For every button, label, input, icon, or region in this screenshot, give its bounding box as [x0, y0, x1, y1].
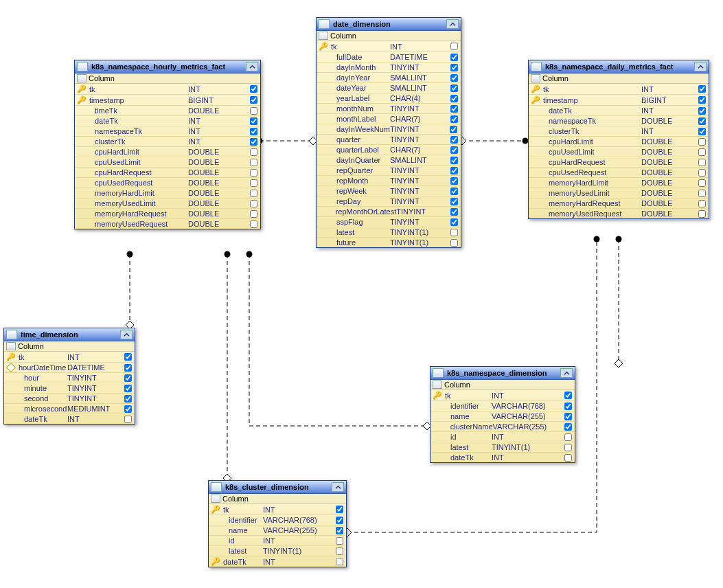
- column-row[interactable]: cpuHardRequestDOUBLE: [529, 157, 709, 168]
- column-row[interactable]: repDayTINYINT: [317, 196, 461, 207]
- column-checkbox[interactable]: [249, 159, 258, 166]
- column-checkbox[interactable]: [449, 167, 459, 174]
- column-row[interactable]: futureTINYINT(1): [317, 238, 461, 247]
- column-checkbox[interactable]: [697, 200, 707, 207]
- column-checkbox[interactable]: [563, 392, 573, 399]
- column-row[interactable]: hourDateTimeDATETIME: [4, 363, 135, 373]
- column-row[interactable]: identifierVARCHAR(768): [431, 401, 575, 411]
- column-checkbox[interactable]: [449, 146, 459, 154]
- collapse-icon[interactable]: [246, 62, 258, 71]
- table-header[interactable]: time_dimension: [4, 328, 135, 341]
- column-checkbox[interactable]: [697, 138, 707, 146]
- column-checkbox[interactable]: [449, 54, 459, 61]
- column-row[interactable]: memoryUsedLimitDOUBLE: [529, 188, 709, 199]
- column-checkbox[interactable]: [449, 43, 459, 50]
- column-row[interactable]: cpuUsedRequestDOUBLE: [529, 168, 709, 178]
- column-row[interactable]: clusterTkINT: [75, 137, 260, 147]
- column-checkbox[interactable]: [334, 537, 344, 545]
- column-row[interactable]: hourTINYINT: [4, 373, 135, 383]
- column-checkbox[interactable]: [697, 179, 707, 187]
- column-checkbox[interactable]: [334, 527, 344, 534]
- column-row[interactable]: yearLabelCHAR(4): [317, 93, 461, 104]
- column-row[interactable]: latestTINYINT(1): [209, 546, 346, 556]
- column-row[interactable]: 🔑tkINT: [209, 504, 346, 515]
- column-checkbox[interactable]: [123, 416, 133, 423]
- column-checkbox[interactable]: [563, 423, 573, 431]
- column-checkbox[interactable]: [449, 105, 459, 113]
- column-row[interactable]: 🔑tkINT: [75, 84, 260, 95]
- column-row[interactable]: memoryHardLimitDOUBLE: [529, 178, 709, 188]
- column-row[interactable]: memoryHardRequestDOUBLE: [75, 209, 260, 219]
- column-row[interactable]: nameVARCHAR(255): [209, 525, 346, 536]
- column-checkbox[interactable]: [697, 148, 707, 156]
- column-row[interactable]: repMonthOrLatestTINYINT: [317, 207, 461, 217]
- column-row[interactable]: cpuHardLimitDOUBLE: [75, 147, 260, 157]
- column-row[interactable]: memoryUsedLimitDOUBLE: [75, 199, 260, 209]
- column-checkbox[interactable]: [449, 136, 459, 144]
- column-checkbox[interactable]: [449, 95, 459, 102]
- column-checkbox[interactable]: [697, 128, 707, 135]
- column-row[interactable]: 🔑timestampBIGINT: [529, 95, 709, 106]
- column-checkbox[interactable]: [249, 96, 258, 104]
- column-row[interactable]: fullDateDATETIME: [317, 52, 461, 63]
- column-row[interactable]: minuteTINYINT: [4, 383, 135, 394]
- column-row[interactable]: quarterLabelCHAR(7): [317, 145, 461, 155]
- column-checkbox[interactable]: [449, 84, 459, 92]
- column-row[interactable]: dayInMonthTINYINT: [317, 63, 461, 73]
- table-header[interactable]: k8s_namespace_daily_metrics_fact: [529, 60, 709, 74]
- column-checkbox[interactable]: [123, 395, 133, 403]
- column-checkbox[interactable]: [123, 353, 133, 361]
- column-checkbox[interactable]: [563, 403, 573, 410]
- column-row[interactable]: memoryHardLimitDOUBLE: [75, 188, 260, 199]
- column-checkbox[interactable]: [563, 444, 573, 451]
- table-header[interactable]: k8s_namespace_dimension: [431, 367, 575, 380]
- column-row[interactable]: dayInYearSMALLINT: [317, 73, 461, 83]
- column-row[interactable]: dayInWeekNumTINYINT: [317, 124, 461, 135]
- column-checkbox[interactable]: [249, 169, 258, 177]
- column-row[interactable]: dateYearSMALLINT: [317, 83, 461, 93]
- column-checkbox[interactable]: [334, 517, 344, 524]
- column-row[interactable]: dateTkINT: [75, 116, 260, 126]
- column-checkbox[interactable]: [563, 454, 573, 462]
- column-checkbox[interactable]: [249, 107, 258, 115]
- column-checkbox[interactable]: [123, 405, 133, 413]
- column-checkbox[interactable]: [697, 85, 707, 93]
- column-row[interactable]: 🔑tkINT: [317, 41, 461, 52]
- column-row[interactable]: dateTkINT: [529, 106, 709, 116]
- column-checkbox[interactable]: [123, 385, 133, 392]
- column-checkbox[interactable]: [123, 364, 133, 372]
- column-checkbox[interactable]: [249, 210, 258, 218]
- column-checkbox[interactable]: [249, 138, 258, 146]
- column-row[interactable]: cpuUsedLimitDOUBLE: [75, 157, 260, 168]
- column-checkbox[interactable]: [450, 208, 459, 216]
- column-checkbox[interactable]: [697, 210, 707, 218]
- column-row[interactable]: cpuUsedRequestDOUBLE: [75, 178, 260, 188]
- column-row[interactable]: secondTINYINT: [4, 394, 135, 404]
- column-checkbox[interactable]: [697, 117, 707, 125]
- column-row[interactable]: repMonthTINYINT: [317, 176, 461, 186]
- column-row[interactable]: cpuUsedLimitDOUBLE: [529, 147, 709, 157]
- column-checkbox[interactable]: [697, 169, 707, 177]
- table-date[interactable]: date_dimensionColumn🔑tkINTfullDateDATETI…: [316, 17, 461, 248]
- column-checkbox[interactable]: [249, 148, 258, 156]
- table-ns[interactable]: k8s_namespace_dimensionColumn🔑tkINTident…: [430, 366, 575, 463]
- column-row[interactable]: 🔑tkINT: [529, 84, 709, 95]
- column-row[interactable]: namespaceTkINT: [75, 126, 260, 137]
- column-checkbox[interactable]: [249, 190, 258, 197]
- column-checkbox[interactable]: [249, 179, 258, 187]
- column-row[interactable]: identifierVARCHAR(768): [209, 515, 346, 525]
- column-checkbox[interactable]: [123, 374, 133, 382]
- column-checkbox[interactable]: [249, 128, 258, 135]
- column-row[interactable]: 🔑tkINT: [4, 352, 135, 363]
- column-row[interactable]: cpuHardLimitDOUBLE: [529, 137, 709, 147]
- collapse-icon[interactable]: [694, 62, 707, 71]
- column-checkbox[interactable]: [449, 177, 459, 185]
- table-time[interactable]: time_dimensionColumn🔑tkINThourDateTimeDA…: [3, 328, 135, 425]
- column-checkbox[interactable]: [334, 547, 344, 555]
- column-checkbox[interactable]: [449, 239, 459, 247]
- column-row[interactable]: monthNumTINYINT: [317, 104, 461, 114]
- column-checkbox[interactable]: [449, 198, 459, 205]
- column-row[interactable]: memoryUsedRequestDOUBLE: [529, 209, 709, 218]
- table-daily[interactable]: k8s_namespace_daily_metrics_factColumn🔑t…: [528, 60, 709, 219]
- column-row[interactable]: latestTINYINT(1): [317, 227, 461, 238]
